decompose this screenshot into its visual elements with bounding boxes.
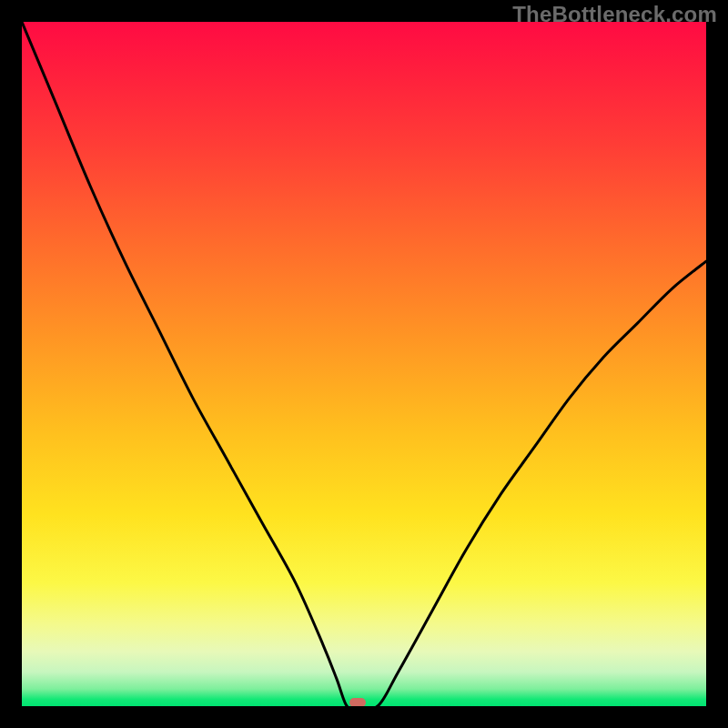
curve-path [22, 22, 706, 706]
optimum-marker [349, 698, 366, 706]
chart-frame: TheBottleneck.com [0, 0, 728, 728]
plot-area [22, 22, 706, 706]
bottleneck-curve [22, 22, 706, 706]
watermark-text: TheBottleneck.com [512, 2, 717, 27]
